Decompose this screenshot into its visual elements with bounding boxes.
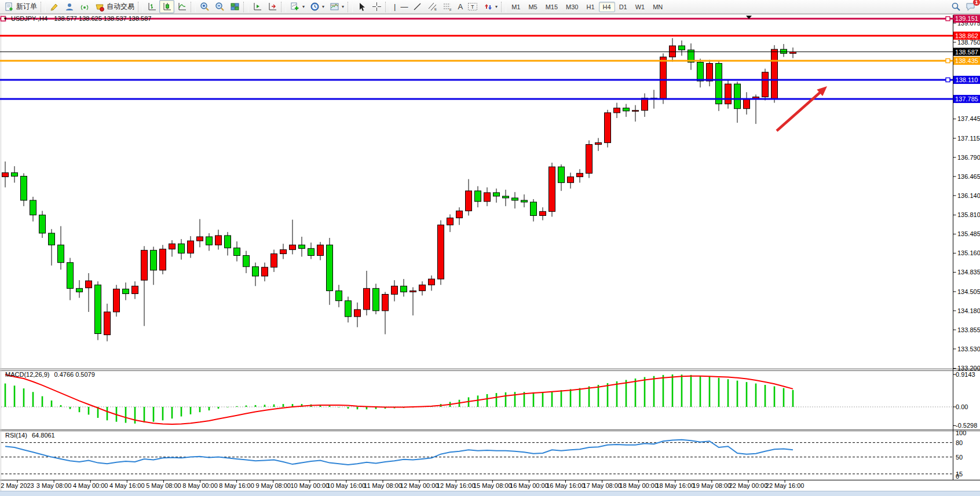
bar-chart-icon [147,2,157,12]
svg-text:137.445: 137.445 [957,115,980,122]
candle [521,200,528,202]
arrows-button[interactable] [480,0,500,13]
candle [586,145,593,174]
candle [725,84,732,104]
timeframe-h4[interactable]: H4 [599,2,615,12]
fibonacci-button[interactable]: F [440,0,455,13]
candle [466,191,472,211]
timeframe-m5[interactable]: M5 [524,2,541,12]
arrows-icon [482,2,493,12]
symbol-dropdown-icon[interactable] [3,16,8,21]
candle [336,291,342,300]
chart-canvas[interactable]: 139.075138.750137.445137.115136.790136.4… [0,0,980,496]
candle [225,236,231,248]
svg-text:9 May 08:00: 9 May 08:00 [255,482,291,489]
line-chart-button[interactable] [174,0,189,13]
dropdown-arrow-icon[interactable] [302,4,305,9]
crosshair-icon [371,2,382,12]
candle [58,245,64,262]
svg-text:11 May 08:00: 11 May 08:00 [364,482,402,489]
zoom-out-button[interactable] [212,0,227,13]
candle [364,288,370,310]
candle [215,236,222,245]
crosshair-button[interactable] [369,0,384,13]
candle [623,108,630,111]
rsi-value: 64.8061 [32,432,55,439]
profile-button[interactable] [62,0,77,13]
candlestick-chart-button[interactable] [159,0,174,13]
periods-button[interactable] [307,0,327,13]
templates-button[interactable] [327,0,346,13]
candle [21,176,27,200]
candle [290,245,296,249]
dropdown-arrow-icon[interactable] [495,4,498,9]
search-button[interactable] [948,0,963,13]
svg-text:133.855: 133.855 [957,326,980,333]
dropdown-arrow-icon[interactable] [342,4,344,9]
hline-objects[interactable] [0,16,980,99]
candle [734,84,741,109]
toolbar-separator [41,2,46,12]
timeframe-d1[interactable]: D1 [615,2,631,12]
candle [373,288,379,311]
cursor-button[interactable] [354,0,369,13]
candle [299,245,305,248]
timeframe-h1[interactable]: H1 [583,2,599,12]
candle [716,64,722,104]
candle [132,286,138,293]
auto-trading-icon [94,2,105,12]
svg-text:135.160: 135.160 [957,249,980,256]
candle [382,294,389,310]
channel-button[interactable]: E [425,0,440,13]
candle [39,215,46,233]
tile-windows-icon [229,2,240,12]
auto-scroll-button[interactable] [250,0,265,13]
line-anchor-handle[interactable] [946,78,950,82]
chat-button[interactable]: 1 [963,0,978,13]
line-anchor-handle[interactable] [946,17,950,21]
svg-text:18 May 00:00: 18 May 00:00 [619,482,658,489]
bar-chart-button[interactable] [144,0,159,13]
line-anchor-handle[interactable] [946,58,950,63]
rsi-line [5,440,793,465]
signal-button[interactable] [77,0,92,13]
horizontal-line-button[interactable]: — [398,0,410,13]
svg-text:138.587: 138.587 [955,49,978,56]
candle [484,193,491,201]
candle [781,49,787,53]
svg-text:3 May 08:00: 3 May 08:00 [36,482,72,489]
svg-text:100: 100 [956,429,966,436]
candle [762,72,769,97]
chart-shift-button[interactable] [265,0,280,13]
svg-text:138.110: 138.110 [956,76,978,83]
cursor-icon [356,2,367,12]
dropdown-arrow-icon[interactable] [322,4,324,9]
timeframe-m15[interactable]: M15 [542,2,562,12]
trendline-button[interactable] [410,0,425,13]
vertical-line-button[interactable]: | [392,0,398,13]
timeframe-mn[interactable]: MN [649,2,667,12]
auto-trading-button[interactable]: 自动交易 [92,0,137,13]
candle [243,255,250,266]
timeframe-m30[interactable]: M30 [562,2,582,12]
svg-text:138.435: 138.435 [955,57,978,64]
indicators-button[interactable] [287,0,307,13]
tile-windows-button[interactable] [227,0,242,13]
svg-text:136.790: 136.790 [957,154,980,161]
new-order-button[interactable]: 新订单 [2,0,39,13]
candle [447,218,454,225]
timeframe-w1[interactable]: W1 [631,2,649,12]
styles-button[interactable] [47,0,62,13]
text-label-button[interactable]: T [465,0,480,13]
candle [354,310,361,317]
text-button[interactable]: A [455,0,465,13]
svg-text:0: 0 [956,473,959,480]
candle [30,200,36,215]
svg-text:2 May 2023: 2 May 2023 [1,482,34,489]
timeframe-m1[interactable]: M1 [507,2,524,12]
zoom-in-button[interactable] [197,0,212,13]
svg-text:0.9143: 0.9143 [956,371,975,378]
svg-text:E: E [434,8,437,11]
candle [531,202,537,215]
annotation-arrow[interactable] [777,86,827,131]
